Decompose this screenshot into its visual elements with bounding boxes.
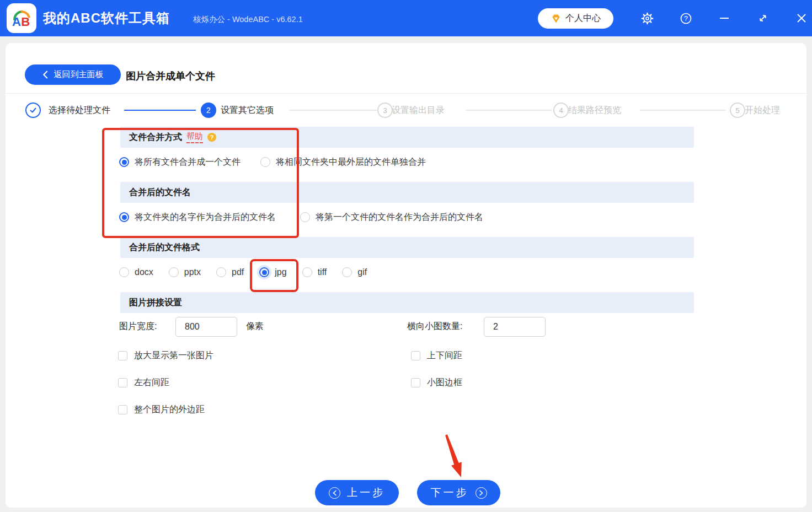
radio-format-jpg-label: jpg <box>275 267 286 277</box>
user-center-button[interactable]: 个人中心 <box>538 8 613 29</box>
wizard-step-5-circle: 5 <box>730 103 745 118</box>
wizard-step-5-number: 5 <box>735 106 739 115</box>
section-filename-header: 合并后的文件名 <box>120 182 694 203</box>
checkbox-icon[interactable] <box>118 405 127 414</box>
section-stitch-header: 图片拼接设置 <box>120 292 694 313</box>
checkbox-vertical-spacing-label: 上下间距 <box>427 350 462 362</box>
user-center-label: 个人中心 <box>565 13 601 24</box>
gear-icon <box>641 12 654 25</box>
settings-button[interactable] <box>635 0 659 36</box>
radio-format-gif[interactable]: gif <box>342 267 367 277</box>
back-to-main-button[interactable]: 返回到主面板 <box>25 64 121 85</box>
radio-unselected-icon[interactable] <box>216 267 226 277</box>
prev-step-label: 上一步 <box>347 486 385 500</box>
minimize-button[interactable] <box>712 0 736 36</box>
wizard-connector-3 <box>466 110 552 111</box>
wizard-step-2-label[interactable]: 设置其它选项 <box>221 105 274 116</box>
radio-unselected-icon[interactable] <box>342 267 352 277</box>
checkbox-thumb-border-label: 小图边框 <box>427 377 462 389</box>
wizard-step-3-label[interactable]: 设置输出目录 <box>392 105 445 116</box>
app-logo-icon: A B <box>9 6 34 31</box>
radio-unselected-icon[interactable] <box>169 267 179 277</box>
wizard-step-4-label[interactable]: 结果路径预览 <box>568 105 621 116</box>
radio-merge-per-folder-label: 将相同文件夹中最外层的文件单独合并 <box>276 157 426 168</box>
svg-text:B: B <box>21 15 30 29</box>
check-icon <box>29 106 38 115</box>
next-step-button[interactable]: 下一步 <box>417 480 500 505</box>
circle-chevron-left-icon <box>329 487 340 499</box>
vip-gem-icon <box>551 13 562 24</box>
horizontal-count-input[interactable] <box>484 317 546 337</box>
wizard-step-4-number: 4 <box>559 106 563 115</box>
wizard-step-1-label[interactable]: 选择待处理文件 <box>49 105 110 116</box>
checkbox-icon[interactable] <box>411 378 420 387</box>
prev-step-button[interactable]: 上一步 <box>315 480 399 505</box>
image-width-label: 图片宽度: <box>119 321 157 332</box>
radio-format-docx[interactable]: docx <box>119 267 153 277</box>
image-width-unit: 像素 <box>246 321 264 332</box>
circle-chevron-right-icon <box>476 487 487 499</box>
radio-selected-icon[interactable] <box>119 212 129 222</box>
svg-text:A: A <box>12 15 21 29</box>
image-width-input[interactable] <box>175 317 237 337</box>
app-subtitle: 核烁办公 - WodeABC - v6.62.1 <box>193 0 303 36</box>
checkbox-icon[interactable] <box>118 378 127 387</box>
help-link[interactable]: 帮助 <box>186 131 203 143</box>
radio-format-jpg[interactable]: jpg <box>259 267 286 277</box>
radio-unselected-icon[interactable] <box>300 212 310 222</box>
radio-format-docx-label: docx <box>135 267 153 277</box>
next-step-label: 下一步 <box>431 486 469 500</box>
horizontal-count-label: 横向小图数量: <box>407 321 462 332</box>
radio-unselected-icon[interactable] <box>119 267 129 277</box>
radio-merge-per-folder[interactable]: 将相同文件夹中最外层的文件单独合并 <box>260 157 426 168</box>
page-title: 图片合并成单个文件 <box>126 69 215 83</box>
radio-format-pptx[interactable]: pptx <box>169 267 201 277</box>
radio-first-file-name[interactable]: 将第一个文件的文件名作为合并后的文件名 <box>300 212 483 223</box>
wizard-connector-1 <box>124 110 196 111</box>
checkbox-horizontal-spacing-label: 左右间距 <box>134 377 169 389</box>
radio-folder-name-label: 将文件夹的名字作为合并后的文件名 <box>135 212 276 223</box>
merge-method-options: 将所有文件合并成一个文件 将相同文件夹中最外层的文件单独合并 <box>119 154 426 170</box>
section-format-title: 合并后的文件格式 <box>129 242 200 254</box>
close-button[interactable] <box>789 0 812 36</box>
wizard-step-3-number: 3 <box>383 106 387 115</box>
chevron-left-icon <box>42 71 49 79</box>
radio-unselected-icon[interactable] <box>260 157 270 167</box>
app-logo: A B <box>7 3 36 33</box>
wizard-connector-2 <box>290 110 378 111</box>
radio-format-tiff[interactable]: tiff <box>302 267 327 277</box>
wizard-step-5-label[interactable]: 开始处理 <box>745 105 780 116</box>
radio-selected-icon[interactable] <box>259 267 269 277</box>
header-divider <box>6 93 806 94</box>
checkbox-outer-margin-label: 整个图片的外边距 <box>134 404 205 416</box>
checkbox-horizontal-spacing[interactable]: 左右间距 <box>118 377 169 389</box>
resize-icon <box>757 13 768 24</box>
filename-options: 将文件夹的名字作为合并后的文件名 将第一个文件的文件名作为合并后的文件名 <box>119 209 483 225</box>
radio-folder-name[interactable]: 将文件夹的名字作为合并后的文件名 <box>119 212 276 223</box>
checkbox-icon[interactable] <box>118 351 127 360</box>
app-window: A B 我的ABC软件工具箱 核烁办公 - WodeABC - v6.62.1 … <box>0 0 812 512</box>
minimize-icon <box>719 13 730 24</box>
svg-text:?: ? <box>684 14 688 22</box>
close-icon <box>796 13 807 24</box>
checkbox-thumb-border[interactable]: 小图边框 <box>411 377 462 389</box>
checkbox-enlarge-first-image[interactable]: 放大显示第一张图片 <box>118 350 213 362</box>
radio-format-pptx-label: pptx <box>184 267 201 277</box>
radio-format-pdf[interactable]: pdf <box>216 267 244 277</box>
section-stitch-title: 图片拼接设置 <box>129 297 182 309</box>
help-button[interactable]: ? <box>674 0 698 36</box>
radio-unselected-icon[interactable] <box>302 267 312 277</box>
radio-format-pdf-label: pdf <box>232 267 244 277</box>
radio-selected-icon[interactable] <box>119 157 129 167</box>
radio-format-tiff-label: tiff <box>318 267 327 277</box>
format-options: docx pptx pdf jpg tiff gif <box>119 264 367 281</box>
maximize-button[interactable] <box>751 0 775 36</box>
help-question-icon[interactable]: ? <box>207 133 216 142</box>
checkbox-outer-margin[interactable]: 整个图片的外边距 <box>118 404 205 416</box>
radio-format-gif-label: gif <box>357 267 367 277</box>
radio-merge-all[interactable]: 将所有文件合并成一个文件 <box>119 157 241 168</box>
wizard-connector-4 <box>640 110 725 111</box>
checkbox-icon[interactable] <box>411 351 420 360</box>
wizard-step-3-circle: 3 <box>377 103 393 118</box>
checkbox-vertical-spacing[interactable]: 上下间距 <box>411 350 462 362</box>
